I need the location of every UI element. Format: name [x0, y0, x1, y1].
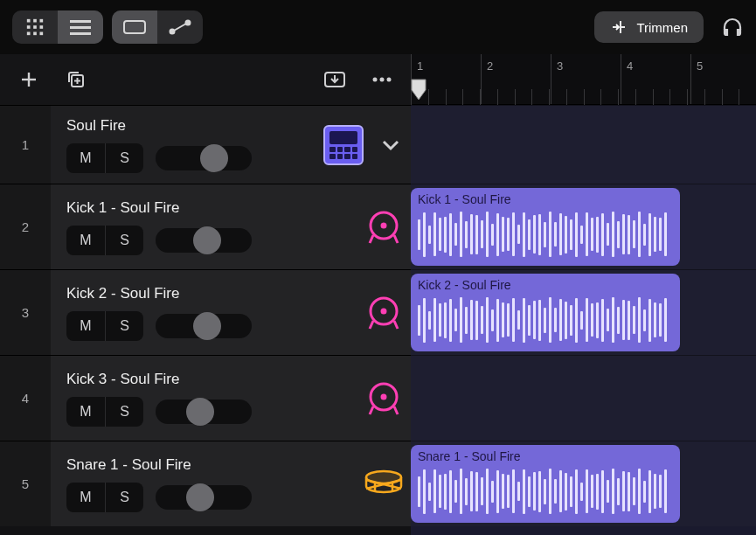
region-waveform: [411, 465, 680, 523]
mute-button[interactable]: M: [66, 226, 105, 255]
svg-line-15: [174, 24, 186, 31]
svg-point-38: [382, 395, 385, 399]
region-lane[interactable]: Snare 1 - Soul Fire: [411, 441, 756, 526]
track-row[interactable]: 2 Kick 1 - Soul Fire M S: [0, 184, 411, 269]
snare-drum-icon: [364, 469, 404, 499]
pan-slider[interactable]: [156, 228, 252, 253]
svg-line-40: [394, 406, 398, 414]
region-lane[interactable]: [411, 105, 756, 184]
pan-slider[interactable]: [156, 485, 252, 510]
import-button[interactable]: [322, 66, 348, 93]
track-index: 3: [0, 270, 51, 355]
track-list-toolbar: [0, 54, 411, 105]
track-index: 4: [0, 356, 51, 441]
svg-line-31: [370, 235, 373, 243]
mute-button[interactable]: M: [66, 483, 105, 512]
track-name: Snare 1 - Soul Fire: [66, 456, 346, 474]
automation-mode-button[interactable]: [157, 10, 203, 44]
region-mode-button[interactable]: [112, 10, 157, 44]
pan-knob[interactable]: [193, 226, 221, 254]
solo-button[interactable]: S: [105, 483, 143, 512]
svg-line-32: [394, 235, 398, 243]
add-track-button[interactable]: [16, 66, 42, 93]
pan-slider[interactable]: [156, 146, 252, 170]
svg-rect-4: [33, 25, 37, 29]
kick-drum-icon: [364, 208, 403, 247]
expand-track-button[interactable]: [371, 106, 411, 184]
track-name: Soul Fire: [66, 117, 306, 135]
svg-line-35: [370, 321, 373, 329]
track-name: Kick 3 - Soul Fire: [66, 371, 346, 388]
svg-line-39: [370, 406, 373, 414]
mute-button[interactable]: M: [66, 397, 105, 427]
svg-point-26: [373, 78, 378, 82]
playhead[interactable]: [411, 79, 427, 105]
midi-region[interactable]: Kick 1 - Soul Fire: [411, 188, 680, 266]
track-index: 1: [0, 106, 51, 184]
svg-rect-1: [33, 19, 37, 23]
svg-point-30: [382, 224, 385, 227]
solo-button[interactable]: S: [105, 397, 143, 427]
midi-region[interactable]: Kick 2 - Soul Fire: [411, 274, 680, 351]
pan-knob[interactable]: [186, 483, 214, 511]
svg-rect-11: [70, 32, 91, 35]
mute-button[interactable]: M: [66, 311, 105, 341]
track-name: Kick 2 - Soul Fire: [66, 285, 346, 302]
svg-point-27: [380, 78, 385, 82]
svg-rect-2: [40, 19, 44, 23]
region-lane[interactable]: [411, 355, 756, 441]
region-lane[interactable]: Kick 1 - Soul Fire: [411, 184, 756, 269]
kick-drum-icon: [364, 294, 403, 332]
track-row[interactable]: 3 Kick 2 - Soul Fire M S: [0, 269, 411, 355]
top-toolbar: Trimmen: [0, 0, 756, 54]
pan-knob[interactable]: [186, 398, 214, 426]
track-row[interactable]: 4 Kick 3 - Soul Fire M S: [0, 355, 411, 441]
master-track-row[interactable]: 1 Soul Fire M S: [0, 105, 411, 184]
region-label: Snare 1 - Soul Fire: [411, 445, 680, 465]
mute-button[interactable]: M: [66, 143, 105, 173]
list-view-button[interactable]: [58, 10, 103, 44]
trim-label: Trimmen: [636, 20, 688, 35]
pan-slider[interactable]: [156, 400, 252, 424]
headphones-button[interactable]: [721, 16, 744, 38]
mute-solo-group: M S: [66, 143, 143, 173]
mute-solo-group: M S: [66, 397, 143, 427]
mute-solo-group: M S: [66, 483, 143, 512]
pan-slider[interactable]: [156, 314, 252, 338]
solo-button[interactable]: S: [105, 226, 143, 255]
more-button[interactable]: [369, 66, 395, 93]
svg-rect-0: [27, 19, 31, 23]
timeline-ruler[interactable]: 12345: [411, 54, 756, 105]
svg-rect-12: [124, 21, 145, 33]
region-lane[interactable]: Kick 2 - Soul Fire: [411, 269, 756, 355]
svg-rect-10: [70, 26, 91, 29]
pan-knob[interactable]: [200, 144, 228, 172]
track-name: Kick 1 - Soul Fire: [66, 199, 346, 217]
svg-point-34: [382, 309, 385, 313]
trim-icon: [610, 18, 628, 36]
trim-button[interactable]: Trimmen: [594, 11, 704, 43]
svg-point-28: [387, 78, 392, 82]
track-row[interactable]: 5 Snare 1 - Soul Fire M S: [0, 441, 411, 526]
edit-mode-group: [112, 10, 203, 44]
track-list-panel: 1 Soul Fire M S 2 Kick 1 - Soul Fire M: [0, 54, 411, 535]
solo-button[interactable]: S: [105, 311, 143, 341]
solo-button[interactable]: S: [105, 143, 143, 173]
mute-solo-group: M S: [66, 226, 143, 255]
svg-rect-3: [27, 25, 31, 29]
svg-rect-8: [40, 32, 44, 36]
duplicate-track-button[interactable]: [63, 66, 89, 93]
region-waveform: [411, 208, 680, 266]
track-index: 2: [0, 184, 51, 269]
kick-drum-icon: [364, 379, 403, 418]
mute-solo-group: M S: [66, 311, 143, 341]
pan-knob[interactable]: [193, 312, 221, 340]
timeline-panel: 12345 Kick 1 - Soul Fire Kick 2 - Soul F…: [411, 54, 756, 535]
grid-view-button[interactable]: [12, 10, 58, 44]
region-waveform: [411, 294, 680, 351]
svg-rect-5: [40, 25, 44, 29]
midi-region[interactable]: Snare 1 - Soul Fire: [411, 445, 680, 523]
view-mode-group: [12, 10, 103, 44]
svg-line-36: [394, 321, 398, 329]
region-label: Kick 1 - Soul Fire: [411, 188, 680, 208]
